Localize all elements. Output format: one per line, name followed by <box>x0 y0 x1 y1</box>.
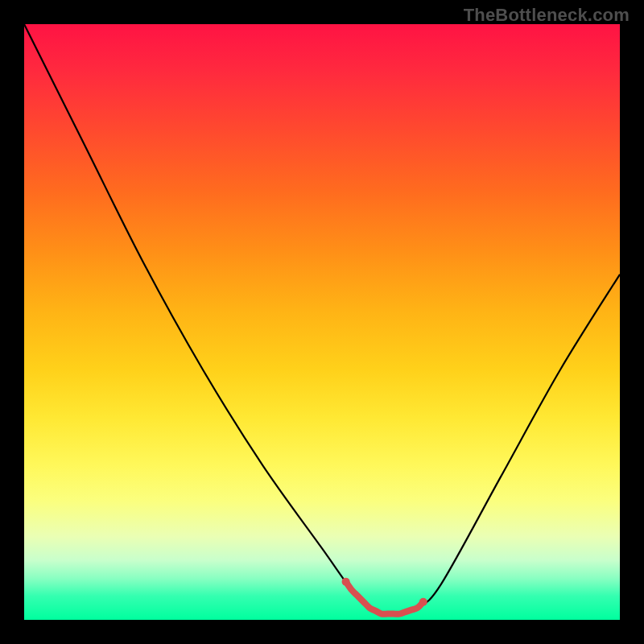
valley-dot-right <box>419 598 427 606</box>
curve-left <box>24 24 382 614</box>
valley-highlight <box>346 582 423 614</box>
chart-frame: TheBottleneck.com <box>0 0 644 644</box>
plot-area <box>24 24 620 620</box>
valley-dot-left <box>342 578 350 586</box>
curve-svg <box>24 24 620 620</box>
curve-right <box>382 275 620 614</box>
watermark-text: TheBottleneck.com <box>464 5 630 26</box>
